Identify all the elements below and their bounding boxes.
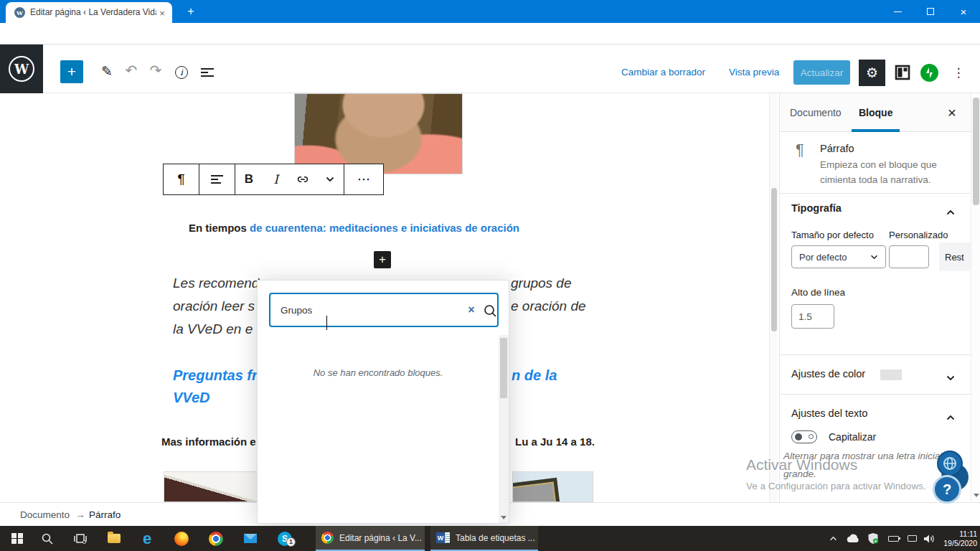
mail-button[interactable] [240, 526, 261, 551]
between-blocks-inserter-button[interactable]: + [374, 251, 391, 268]
gallery-image-right[interactable] [512, 471, 593, 502]
editor-scrollbar-thumb[interactable] [771, 188, 777, 331]
paragraph-fragment[interactable]: Les recomend [173, 276, 259, 291]
globe-icon [942, 456, 958, 471]
clear-search-icon[interactable]: × [464, 303, 479, 317]
tab-close-icon[interactable]: × [156, 7, 168, 19]
browser-tab[interactable]: W Editar página ‹ La Verdadera Vida × [6, 2, 172, 23]
tab-document[interactable]: Documento [790, 93, 842, 132]
onedrive-tray-icon[interactable] [844, 526, 862, 551]
new-tab-button[interactable]: + [184, 4, 198, 19]
edit-tool-pencil-icon[interactable]: ✎ [98, 62, 116, 80]
chevron-up-icon [829, 536, 837, 541]
skype-button[interactable]: S 1 [273, 526, 297, 551]
undo-icon[interactable]: ↶ [122, 61, 141, 80]
align-text-button[interactable] [199, 164, 235, 194]
editor-more-menu-icon[interactable]: ⋮ [950, 64, 967, 81]
wordpress-logo-button[interactable]: W [0, 44, 43, 93]
heading-link[interactable]: de cuarentena: meditaciones e iniciativa… [250, 222, 519, 234]
translate-globe-button[interactable] [937, 451, 963, 476]
line-height-input[interactable] [791, 304, 834, 329]
minimize-icon [894, 11, 902, 12]
chevron-down-icon[interactable] [946, 371, 955, 384]
popup-scrollbar-thumb[interactable] [500, 338, 507, 398]
jetpack-button[interactable] [920, 64, 938, 82]
chevron-up-icon[interactable] [946, 205, 955, 218]
paragraph-fragment[interactable]: e oración de [511, 298, 586, 314]
text-settings-title[interactable]: Ajustes del texto [791, 408, 867, 419]
bold-button[interactable]: B [235, 164, 263, 194]
chrome-window-button[interactable]: Editar página ‹ La V... [316, 526, 425, 551]
content-structure-info-button[interactable]: i [174, 65, 189, 80]
faq-link-fragment[interactable]: n de la [512, 367, 557, 384]
word-window-button[interactable]: W Tabla de etiquetas ... [430, 526, 538, 551]
task-view-button[interactable] [70, 526, 90, 551]
paragraph-fragment[interactable]: oración leer s [173, 298, 255, 314]
window-close-button[interactable]: × [947, 0, 980, 23]
window-maximize-button[interactable] [914, 0, 947, 23]
paragraph-icon: ¶ [796, 141, 804, 159]
font-size-select[interactable]: Por defecto [791, 245, 886, 268]
breadcrumb-root[interactable]: Documento [20, 509, 70, 520]
start-button[interactable] [7, 526, 27, 551]
popup-scrollbar-down-button[interactable] [499, 512, 509, 523]
tab-block[interactable]: Bloque [859, 93, 892, 132]
edge-button[interactable]: e [136, 526, 158, 551]
task-view-icon [74, 533, 87, 545]
content-photo-image[interactable] [294, 93, 463, 174]
block-search-box[interactable]: × [269, 293, 499, 327]
block-more-options-button[interactable]: ⋯ [344, 164, 383, 194]
volume-tray-icon[interactable] [920, 526, 938, 551]
color-settings-title[interactable]: Ajustes de color [791, 368, 865, 380]
block-inserter-button[interactable]: + [60, 60, 83, 83]
info-line-fragment[interactable]: Mas información e [161, 435, 256, 448]
firefox-button[interactable] [171, 526, 192, 551]
file-explorer-button[interactable] [103, 526, 125, 551]
tray-expand-button[interactable] [825, 526, 841, 551]
taskbar-clock[interactable]: 11:11 19/5/2020 [937, 526, 977, 551]
reset-label: Rest [945, 252, 964, 263]
block-search-input[interactable] [281, 294, 446, 326]
activate-windows-subtext: Ve a Configuración para activar Windows. [746, 481, 926, 491]
taskbar-search-button[interactable] [37, 526, 57, 551]
paragraph-fragment[interactable]: grupos de [511, 276, 572, 291]
preview-link[interactable]: Vista previa [729, 67, 779, 77]
capitalize-toggle[interactable] [791, 430, 817, 443]
link-button[interactable] [290, 164, 317, 194]
italic-button[interactable]: I [263, 164, 290, 194]
capitalize-label: Capitalizar [829, 431, 876, 443]
battery-tray-icon[interactable] [884, 526, 903, 551]
editor-scrollbar[interactable] [769, 93, 778, 502]
redo-icon[interactable]: ↷ [146, 61, 165, 80]
content-heading[interactable]: En tiempos de cuarentena: meditaciones e… [189, 222, 519, 234]
paragraph-block-button[interactable]: ¶ [164, 164, 199, 194]
typography-title[interactable]: Tipografía [791, 202, 842, 214]
window-minimize-button[interactable] [881, 0, 914, 23]
block-navigation-icon[interactable] [201, 66, 215, 79]
cloud-icon [846, 534, 860, 543]
breadcrumb-current[interactable]: Párrafo [89, 509, 121, 520]
layout-blocks-button[interactable] [895, 65, 910, 83]
update-button[interactable]: Actualizar [793, 60, 850, 85]
gallery-image-left[interactable] [164, 471, 258, 502]
faq-link-fragment[interactable]: VVeD [173, 390, 210, 406]
info-line-fragment[interactable]: Lu a Ju 14 a 18. [515, 435, 595, 448]
network-icon [908, 535, 917, 542]
custom-size-input[interactable] [889, 245, 929, 268]
sidebar-scrollbar[interactable] [971, 93, 980, 502]
paragraph-fragment[interactable]: la VVeD en e [173, 321, 253, 337]
help-button[interactable]: ? [933, 475, 961, 504]
sidebar-close-icon[interactable]: × [943, 104, 961, 121]
sidebar-scrollbar-down-button[interactable] [971, 489, 980, 501]
network-tray-icon[interactable] [903, 526, 921, 551]
faq-link-fragment[interactable]: Preguntas fr [173, 367, 258, 384]
switch-to-draft-link[interactable]: Cambiar a borrador [621, 67, 705, 77]
chrome-button[interactable] [205, 526, 227, 551]
settings-gear-button[interactable]: ⚙ [859, 60, 885, 86]
windows-logo-icon [11, 533, 23, 545]
typography-panel: Tipografía Tamaño por defecto Personaliz… [780, 194, 971, 355]
format-dropdown-button[interactable] [316, 164, 344, 194]
security-tray-icon[interactable] [864, 526, 882, 551]
chevron-up-icon[interactable] [946, 410, 955, 423]
sidebar-scrollbar-thumb[interactable] [973, 98, 979, 205]
